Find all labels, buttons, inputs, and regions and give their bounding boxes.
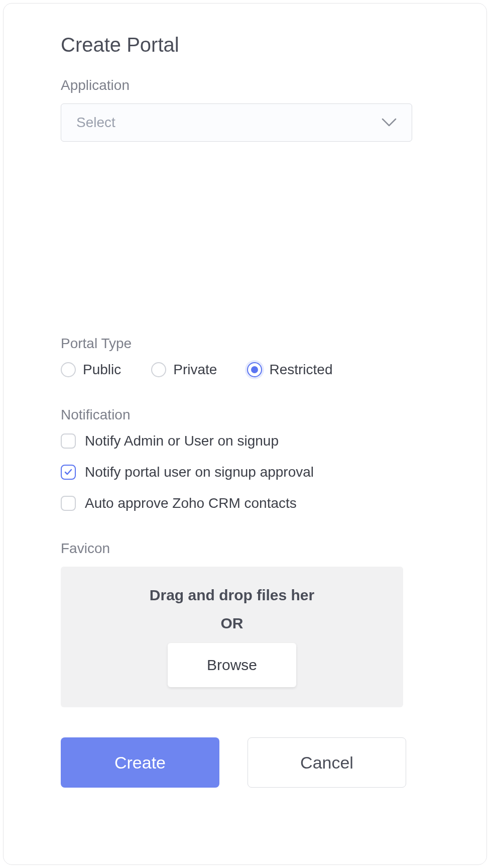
checkbox-notify-portal-user[interactable]: Notify portal user on signup approval	[61, 464, 429, 480]
radio-label: Public	[83, 362, 121, 378]
application-placeholder: Select	[76, 115, 115, 131]
radio-circle-icon	[61, 362, 76, 377]
application-label: Application	[61, 77, 429, 93]
notification-label: Notification	[61, 407, 429, 423]
radio-label: Restricted	[269, 362, 332, 378]
notification-section: Notification Notify Admin or User on sig…	[61, 407, 429, 511]
checkbox-box-icon	[61, 496, 76, 511]
portal-type-options: Public Private Restricted	[61, 362, 429, 378]
checkbox-box-icon	[61, 465, 76, 480]
page-title: Create Portal	[61, 34, 429, 56]
notification-options: Notify Admin or User on signup Notify po…	[61, 433, 429, 511]
portal-type-label: Portal Type	[61, 336, 429, 352]
checkbox-notify-admin[interactable]: Notify Admin or User on signup	[61, 433, 429, 449]
favicon-section: Favicon Drag and drop files her OR Brows…	[61, 540, 429, 707]
favicon-dropzone[interactable]: Drag and drop files her OR Browse	[61, 567, 403, 707]
radio-circle-icon	[247, 362, 262, 377]
favicon-label: Favicon	[61, 540, 429, 557]
portal-type-section: Portal Type Public Private Restricted	[61, 336, 429, 378]
application-field: Application Select	[61, 77, 429, 142]
create-button[interactable]: Create	[61, 737, 219, 788]
checkbox-label: Auto approve Zoho CRM contacts	[85, 495, 297, 511]
cancel-button[interactable]: Cancel	[248, 737, 406, 788]
radio-private[interactable]: Private	[151, 362, 217, 378]
action-row: Create Cancel	[61, 737, 429, 788]
create-portal-panel: Create Portal Application Select Portal …	[3, 3, 487, 865]
radio-restricted[interactable]: Restricted	[247, 362, 332, 378]
radio-circle-icon	[151, 362, 166, 377]
browse-button[interactable]: Browse	[168, 643, 296, 687]
checkbox-box-icon	[61, 433, 76, 449]
chevron-down-icon	[382, 118, 397, 127]
dropzone-or: OR	[221, 615, 243, 632]
checkbox-auto-approve[interactable]: Auto approve Zoho CRM contacts	[61, 495, 429, 511]
radio-label: Private	[173, 362, 217, 378]
checkbox-label: Notify portal user on signup approval	[85, 464, 314, 480]
radio-public[interactable]: Public	[61, 362, 121, 378]
application-select[interactable]: Select	[61, 103, 412, 142]
checkbox-label: Notify Admin or User on signup	[85, 433, 279, 449]
dropzone-text: Drag and drop files her	[150, 587, 314, 604]
